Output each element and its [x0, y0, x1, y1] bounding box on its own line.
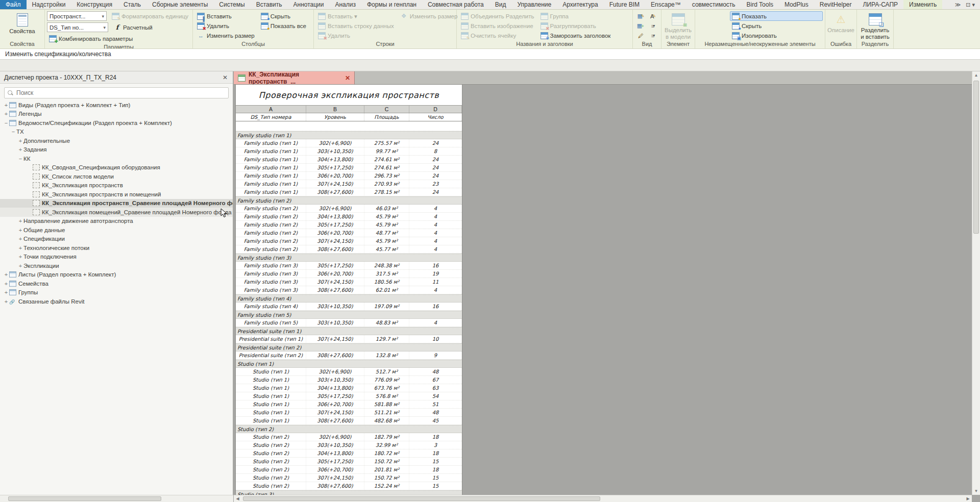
cell-type[interactable]: Family studio (тип 1) [236, 156, 306, 163]
cell-count[interactable]: 4 [409, 245, 462, 253]
schedule-row[interactable]: Family studio (тип 2) 306(+20,700) 48.77… [236, 229, 462, 237]
hide-unplaced-button[interactable]: ● Скрыть [730, 21, 823, 31]
tree-item[interactable]: + Виды (Раздел проекта + Комплект + Тип) [0, 101, 233, 110]
schedule-row[interactable]: Family studio (тип 1) 305(+17,250) 274.6… [236, 164, 462, 172]
schedule-row[interactable]: Studio (тип 1) 302(+6,900) 512.7 м² 48 [236, 368, 462, 376]
cell-level[interactable]: 302(+6,900) [306, 205, 364, 212]
cell-area[interactable]: 317.5 м² [364, 270, 409, 278]
column-letter[interactable]: C [364, 106, 409, 113]
cell-level[interactable]: 302(+6,900) [306, 368, 364, 375]
freeze-header-button[interactable]: ❄ Заморозить заголовок [538, 31, 613, 40]
cell-type[interactable]: Studio (тип 2) [236, 449, 306, 457]
show-unplaced-button[interactable]: ● Показать [730, 11, 823, 21]
schedule-row[interactable]: Presidential suite (тип 2) [236, 343, 462, 352]
cell-level[interactable]: 307(+24,150) [306, 409, 364, 416]
cell-count[interactable]: 24 [409, 172, 462, 180]
cell-count[interactable]: 4 [409, 286, 462, 294]
cell-count[interactable]: 48 [409, 409, 462, 416]
tree-expander[interactable]: + [17, 227, 23, 233]
cell-level[interactable]: 307(+24,150) [306, 278, 364, 286]
cell-area[interactable]: 45.77 м² [364, 245, 409, 253]
tree-item[interactable]: + Общие данные [0, 225, 233, 235]
cell-type[interactable]: Studio (тип 2) [236, 433, 306, 441]
ribbon-tab[interactable]: Enscape™ [645, 0, 687, 9]
cell-level[interactable]: 308(+27,600) [306, 482, 364, 490]
schedule-row[interactable]: Presidential suite (тип 2) 308(+27,600) … [236, 352, 462, 360]
cell-level[interactable]: 302(+6,900) [306, 139, 364, 147]
schedule-row[interactable]: Studio (тип 2) 307(+24,150) 150.72 м² 15 [236, 474, 462, 482]
cell-level[interactable]: 304(+13,800) [306, 156, 364, 163]
schedule-row[interactable]: Studio (тип 1) [236, 360, 462, 368]
cell-area[interactable]: 99.77 м² [364, 147, 409, 155]
schedule-row[interactable]: Studio (тип 2) 303(+10,350) 32.99 м² 3 [236, 441, 462, 449]
cell-level[interactable]: 306(+20,700) [306, 400, 364, 408]
cell-area[interactable]: 482.68 м² [364, 417, 409, 424]
properties-button[interactable]: Свойства [2, 11, 42, 40]
tree-item[interactable]: КК_Экспликация пространств_Сравение площ… [0, 199, 233, 208]
tree-item[interactable]: + Семейства [0, 279, 233, 288]
cell-level[interactable]: 308(+27,600) [306, 245, 364, 253]
cell-level[interactable]: 308(+27,600) [306, 352, 364, 359]
cell-type[interactable]: Studio (тип 1) [236, 384, 306, 392]
cell-area[interactable]: 201.81 м² [364, 466, 409, 473]
schedule-row[interactable]: Studio (тип 1) 305(+17,250) 576.8 м² 54 [236, 392, 462, 400]
cell-area[interactable]: 274.61 м² [364, 164, 409, 171]
close-icon[interactable]: ✕ [345, 74, 350, 82]
column-unhide-button[interactable]: ● Показать все [259, 21, 308, 31]
schedule-row[interactable]: Studio (тип 1) 304(+13,800) 673.76 м² 63 [236, 384, 462, 392]
scroll-down-icon[interactable]: ▼ [972, 487, 980, 495]
tree-item[interactable]: + Группы [0, 288, 233, 297]
cell-type[interactable]: Family studio (тип 1) [236, 132, 462, 139]
cell-type[interactable]: Studio (тип 2) [236, 466, 306, 473]
cell-count[interactable]: 3 [409, 441, 462, 449]
cell-area[interactable]: 296.73 м² [364, 172, 409, 180]
ribbon-tab[interactable]: Надстройки [27, 0, 71, 9]
cell-level[interactable]: 303(+10,350) [306, 303, 364, 310]
tree-expander[interactable]: + [3, 298, 9, 305]
browser-scrollbar-thumb[interactable] [8, 496, 161, 501]
cell-count[interactable]: 4 [409, 221, 462, 229]
cell-level[interactable]: 302(+6,900) [306, 433, 364, 441]
tree-expander[interactable]: + [17, 236, 23, 242]
ribbon-tab[interactable]: Системы [213, 0, 250, 9]
schedule-row[interactable]: Family studio (тип 2) 307(+24,150) 45.79… [236, 237, 462, 245]
tree-expander[interactable]: + [17, 254, 23, 260]
ribbon-tab[interactable]: Сборные элементы [146, 0, 213, 9]
schedule-row[interactable]: Family studio (тип 2) [236, 196, 462, 205]
schedule-row[interactable]: Family studio (тип 1) 306(+20,700) 296.7… [236, 172, 462, 180]
cell-count[interactable]: 4 [409, 213, 462, 220]
cell-area[interactable]: 776.09 м² [364, 376, 409, 384]
cell-area[interactable]: 274.61 м² [364, 156, 409, 163]
cell-type[interactable]: Studio (тип 1) [236, 409, 306, 416]
schedule-row[interactable]: Family studio (тип 2) 304(+13,800) 45.79… [236, 213, 462, 221]
ribbon-tab[interactable]: Архитектура [557, 0, 604, 9]
cell-type[interactable]: Family studio (тип 3) [236, 270, 306, 278]
cell-count[interactable]: 11 [409, 278, 462, 286]
cell-type[interactable]: Family studio (тип 2) [236, 245, 306, 253]
schedule-row[interactable]: Studio (тип 1) 308(+27,600) 482.68 м² 45 [236, 417, 462, 425]
cell-shading-icon[interactable]: ▦＋ [635, 21, 647, 31]
column-hide-button[interactable]: ● Скрыть [259, 11, 308, 21]
cell-type[interactable]: Studio (тип 3) [236, 491, 462, 495]
cell-area[interactable]: 45.79 м² [364, 213, 409, 220]
cell-level[interactable]: 306(+20,700) [306, 466, 364, 473]
cell-area[interactable]: 270.93 м² [364, 180, 409, 188]
cell-level[interactable]: 305(+17,250) [306, 164, 364, 171]
cell-count[interactable]: 18 [409, 433, 462, 441]
tree-expander[interactable]: − [10, 129, 16, 135]
cell-count[interactable]: 24 [409, 188, 462, 196]
ribbon-tab[interactable]: Сталь [118, 0, 146, 9]
ribbon-tab[interactable]: ЛИРА-САПР [857, 0, 903, 9]
vertical-scrollbar-thumb[interactable] [973, 81, 979, 234]
column-resize-button[interactable]: ↔ Изменить размер [195, 31, 257, 40]
horizontal-scrollbar[interactable]: ◀ ▶ [234, 495, 972, 502]
cell-level[interactable]: 305(+17,250) [306, 221, 364, 229]
tree-item[interactable]: + Листы (Раздел проекта + Комплект) [0, 270, 233, 280]
cell-count[interactable]: 24 [409, 156, 462, 163]
cell-type[interactable]: Family studio (тип 4) [236, 303, 306, 310]
cell-area[interactable]: 129.7 м² [364, 335, 409, 343]
cell-type[interactable]: Family studio (тип 3) [236, 278, 306, 286]
schedule-row[interactable]: Family studio (тип 5) 303(+10,350) 48.83… [236, 319, 462, 327]
tree-expander[interactable]: + [17, 218, 23, 224]
cell-type[interactable]: Family studio (тип 1) [236, 164, 306, 171]
